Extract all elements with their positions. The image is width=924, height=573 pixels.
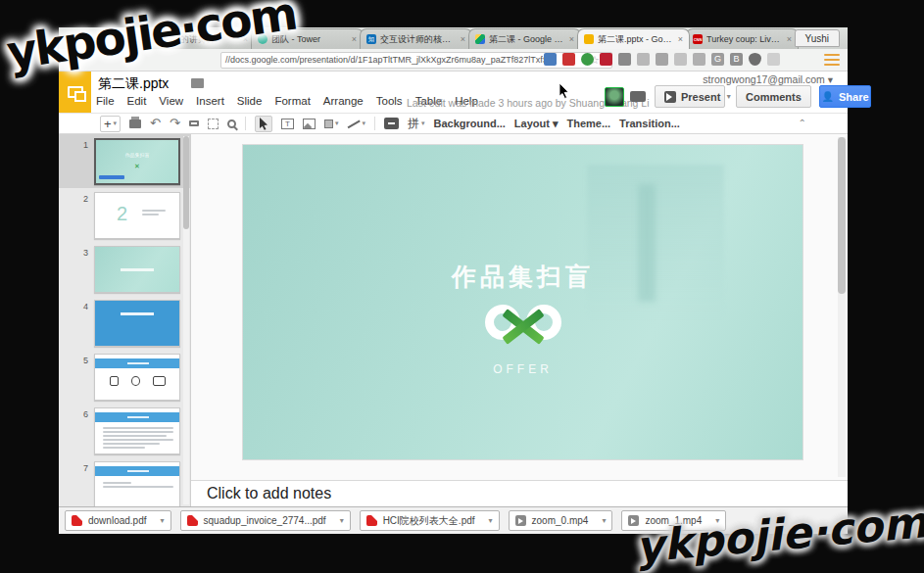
pinyin-dropdown-icon[interactable]: ▾: [421, 119, 425, 127]
thumbnail-panel-scrollbar[interactable]: [183, 136, 189, 504]
present-dropdown-icon[interactable]: ▼: [725, 93, 732, 100]
menu-tools[interactable]: Tools: [376, 95, 403, 107]
menu-view[interactable]: View: [159, 95, 183, 107]
scrollbar-thumb[interactable]: [838, 137, 846, 294]
slide-thumbnail-row-1[interactable]: 1 作品集扫盲 ✕: [59, 134, 190, 188]
mini-text-lines: [142, 210, 166, 215]
print-button[interactable]: [129, 119, 141, 128]
slide-thumbnail-6[interactable]: [94, 407, 180, 454]
shield-icon[interactable]: [749, 53, 761, 66]
download-item-pdf-2[interactable]: squadup_invoice_2774...pdf ▾: [180, 510, 351, 531]
select-tool-button[interactable]: [255, 116, 272, 132]
tab-close-icon[interactable]: ×: [787, 34, 792, 44]
slide-thumbnail-7[interactable]: [94, 461, 180, 506]
shape-tool-button[interactable]: ▾: [324, 119, 339, 128]
slide-thumbnail-row-3[interactable]: 3: [59, 242, 190, 296]
canvas-scrollbar[interactable]: [838, 137, 846, 477]
current-slide[interactable]: 作品集扫盲 OFFER: [242, 144, 803, 460]
present-button[interactable]: Present ▼: [655, 85, 725, 108]
tab-close-icon[interactable]: ×: [352, 34, 357, 44]
slide-title-text[interactable]: 作品集扫盲: [243, 261, 802, 293]
tab-google-drive[interactable]: 第二课 - Google Drive ×: [468, 28, 581, 49]
offer-logo[interactable]: OFFER: [487, 302, 559, 380]
download-item-pdf-3[interactable]: HCI院校列表大全.pdf ▾: [360, 510, 500, 531]
slide-thumbnail-5[interactable]: [94, 354, 180, 401]
collapse-toolbar-icon[interactable]: ⌃: [799, 118, 806, 128]
zoom-button[interactable]: [227, 119, 236, 128]
tab-close-icon[interactable]: ×: [461, 34, 465, 44]
extension-icon-grey4[interactable]: [693, 53, 705, 66]
slide-thumbnail-1[interactable]: 作品集扫盲 ✕: [94, 138, 180, 185]
star-folder-icon[interactable]: [191, 78, 204, 88]
slide-thumbnail-row-7[interactable]: 7: [59, 457, 190, 506]
chat-bubble-icon[interactable]: [630, 91, 646, 102]
collaborator-avatar[interactable]: [605, 87, 624, 107]
undo-button[interactable]: ↶: [150, 119, 161, 128]
chrome-menu-icon[interactable]: [824, 54, 840, 66]
download-dropdown-icon[interactable]: ▾: [340, 516, 344, 525]
tab-slides-active[interactable]: 第二课.pptx - Google S ×: [577, 28, 690, 49]
extension-icon-green[interactable]: [581, 53, 594, 66]
comments-button[interactable]: Comments: [736, 85, 811, 108]
slide-thumbnail-row-2[interactable]: 2 2: [59, 188, 190, 242]
extension-icon-g[interactable]: G: [711, 53, 724, 66]
menu-format[interactable]: Format: [274, 95, 310, 107]
slide-thumbnail-3[interactable]: [94, 246, 180, 293]
notes-placeholder[interactable]: Click to add notes: [207, 485, 331, 502]
extension-icon-red[interactable]: [562, 53, 575, 66]
account-email[interactable]: strongwong17@gmail.com ▾: [703, 73, 833, 85]
paint-format-button[interactable]: [189, 120, 199, 126]
menu-edit[interactable]: Edit: [127, 95, 147, 107]
extension-icon-grey1[interactable]: [637, 53, 650, 66]
download-dropdown-icon[interactable]: ▾: [161, 516, 165, 525]
new-slide-dropdown-icon[interactable]: ▾: [114, 119, 118, 127]
menu-file[interactable]: File: [96, 95, 115, 107]
line-tool-button[interactable]: ▾: [347, 119, 365, 129]
download-dropdown-icon[interactable]: ▾: [602, 516, 606, 525]
chrome-profile-button[interactable]: Yushi: [795, 29, 840, 47]
slide-thumbnail-row-4[interactable]: 4: [59, 296, 190, 350]
person-icon: 👤: [821, 91, 833, 102]
extension-icon-blue[interactable]: [544, 53, 557, 66]
slide-thumbnail-row-5[interactable]: 5: [59, 350, 190, 404]
extension-icon-grey5[interactable]: [767, 53, 780, 66]
mini-header-band: [95, 358, 179, 368]
insert-image-button[interactable]: [303, 119, 316, 129]
pinterest-icon[interactable]: [600, 53, 612, 66]
extension-icon-grey3[interactable]: [674, 53, 687, 66]
theme-button[interactable]: Theme...: [566, 118, 610, 129]
line-dropdown-icon[interactable]: ▾: [362, 119, 365, 127]
extension-icon-b[interactable]: B: [730, 53, 743, 66]
tab-cnn-news[interactable]: CNN Turkey coup: Live upd ×: [686, 28, 799, 49]
menu-insert[interactable]: Insert: [196, 95, 224, 107]
extension-icon-grey2[interactable]: [656, 53, 668, 66]
slides-app-icon[interactable]: [59, 72, 91, 113]
pinyin-input-button[interactable]: 拼▾: [408, 116, 425, 132]
transition-button[interactable]: Transition...: [619, 118, 680, 129]
download-item-video-1[interactable]: zoom_0.mp4 ▾: [509, 510, 613, 531]
shape-dropdown-icon[interactable]: ▾: [335, 119, 339, 127]
menu-arrange[interactable]: Arrange: [323, 95, 364, 107]
redo-button[interactable]: ↷: [170, 119, 180, 128]
slide-thumbnail-2[interactable]: 2: [94, 192, 180, 239]
image-icon: [303, 119, 316, 129]
menu-slide[interactable]: Slide: [237, 95, 263, 107]
slide-number: 2: [83, 194, 88, 204]
new-slide-button[interactable]: + ▾: [100, 116, 121, 132]
download-item-pdf-1[interactable]: download.pdf ▾: [65, 510, 171, 531]
download-dropdown-icon[interactable]: ▾: [489, 516, 493, 525]
tab-close-icon[interactable]: ×: [569, 34, 574, 44]
background-button[interactable]: Background...: [433, 118, 505, 129]
tab-design-article[interactable]: 知 交互设计师的核心价值 ×: [360, 28, 472, 49]
layout-button[interactable]: Layout ▾: [514, 118, 559, 130]
slide-thumbnail-4[interactable]: [94, 300, 180, 347]
comment-tool-button[interactable]: [384, 118, 399, 129]
textbox-tool-button[interactable]: T: [281, 119, 294, 129]
zoom-fit-button[interactable]: [208, 119, 219, 129]
scrollbar-thumb[interactable]: [183, 136, 189, 229]
share-button[interactable]: 👤 Share: [819, 85, 871, 108]
slide-thumbnail-row-6[interactable]: 6: [59, 404, 190, 457]
tab-close-icon[interactable]: ×: [678, 34, 683, 44]
document-title[interactable]: 第二课.pptx: [98, 75, 169, 93]
evernote-icon[interactable]: [618, 53, 631, 66]
